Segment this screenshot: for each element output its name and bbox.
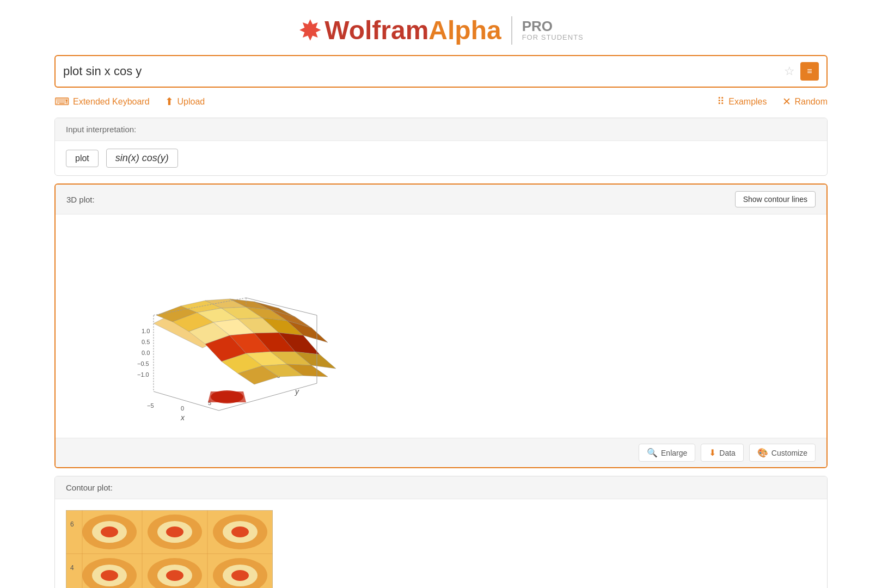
random-button[interactable]: ✕ Random [782, 95, 828, 108]
formula-text: sin(x) cos(y) [115, 152, 169, 163]
plot-3d-header: 3D plot: Show contour lines [56, 185, 826, 215]
svg-point-68 [166, 570, 183, 581]
contour-plot-card: Contour plot: 6 4 2 [54, 476, 828, 588]
svg-text:0: 0 [181, 405, 184, 412]
logo-pro-container: PRO FOR STUDENTS [522, 19, 584, 41]
logo: ✸ Wolfram Alpha PRO FOR STUDENTS [298, 15, 584, 45]
plot-3d-body: x y 1.0 0.5 0.0 −0.5 −1.0 −5 0 5 −5 0 5 [56, 215, 826, 438]
search-container: ☆ ≡ [0, 55, 882, 88]
main-content: Input interpretation: plot sin(x) cos(y)… [54, 118, 828, 588]
enlarge-button[interactable]: 🔍 Enlarge [639, 444, 695, 462]
keyboard-icon: ⌨ [54, 95, 69, 108]
plot-3d-svg: x y 1.0 0.5 0.0 −0.5 −1.0 −5 0 5 −5 0 5 [66, 225, 350, 427]
search-icons: ☆ ≡ [784, 62, 819, 81]
enlarge-icon: 🔍 [647, 448, 658, 458]
plot-3d-title: 3D plot: [66, 195, 95, 204]
svg-point-65 [101, 570, 118, 581]
random-icon: ✕ [782, 95, 791, 108]
contour-body: 6 4 2 [55, 499, 827, 588]
toolbar: ⌨ Extended Keyboard ⬆ Upload ⠿ Examples … [54, 95, 828, 118]
toolbar-right: ⠿ Examples ✕ Random [717, 95, 828, 108]
upload-label: Upload [177, 97, 205, 107]
extended-keyboard-label: Extended Keyboard [73, 97, 150, 107]
contour-plot-svg: 6 4 2 [66, 510, 273, 588]
data-button[interactable]: ⬇ Data [701, 444, 744, 462]
search-submit-button[interactable]: ≡ [800, 62, 819, 81]
svg-text:6: 6 [70, 520, 74, 528]
svg-point-59 [166, 526, 183, 537]
plot-tag: plot [66, 150, 99, 167]
toolbar-left: ⌨ Extended Keyboard ⬆ Upload [54, 95, 205, 108]
plot-actions: 🔍 Enlarge ⬇ Data 🎨 Customize [56, 438, 826, 467]
data-label: Data [719, 449, 736, 457]
svg-text:−0.5: −0.5 [137, 360, 149, 367]
customize-icon: 🎨 [757, 448, 768, 458]
svg-text:4: 4 [70, 564, 74, 572]
customize-label: Customize [771, 449, 807, 457]
input-interpretation-body: plot sin(x) cos(y) [55, 141, 827, 175]
input-interpretation-header: Input interpretation: [55, 118, 827, 141]
enlarge-label: Enlarge [661, 449, 687, 457]
header: ✸ Wolfram Alpha PRO FOR STUDENTS [0, 0, 882, 55]
examples-button[interactable]: ⠿ Examples [717, 95, 767, 108]
customize-button[interactable]: 🎨 Customize [749, 444, 816, 462]
examples-icon: ⠿ [717, 95, 725, 108]
contour-title: Contour plot: [66, 483, 113, 492]
favorite-button[interactable]: ☆ [784, 64, 795, 78]
logo-pro-text: PRO [522, 19, 553, 33]
logo-alpha-text: Alpha [428, 15, 501, 45]
svg-point-56 [101, 526, 118, 537]
svg-point-71 [231, 570, 249, 581]
svg-text:−5: −5 [147, 402, 154, 409]
formula-tag: sin(x) cos(y) [106, 149, 178, 168]
plot-3d-card: 3D plot: Show contour lines x y 1.0 0.5 … [54, 183, 828, 468]
svg-text:0.0: 0.0 [142, 350, 150, 356]
svg-marker-49 [208, 391, 246, 402]
svg-text:x: x [180, 413, 185, 422]
examples-label: Examples [728, 97, 767, 107]
random-label: Random [795, 97, 828, 107]
extended-keyboard-button[interactable]: ⌨ Extended Keyboard [54, 95, 150, 108]
svg-text:−1.0: −1.0 [137, 371, 149, 378]
logo-wolfram-text: Wolfram [324, 15, 428, 45]
upload-button[interactable]: ⬆ Upload [165, 95, 205, 108]
show-contour-lines-button[interactable]: Show contour lines [735, 191, 816, 207]
svg-text:0.5: 0.5 [142, 339, 150, 345]
search-bar: ☆ ≡ [54, 55, 828, 88]
input-interpretation-card: Input interpretation: plot sin(x) cos(y) [54, 118, 828, 176]
svg-point-62 [231, 526, 249, 537]
data-icon: ⬇ [709, 448, 716, 458]
search-input[interactable] [63, 64, 784, 78]
svg-text:1.0: 1.0 [142, 328, 150, 334]
input-interpretation-label: Input interpretation: [66, 125, 136, 134]
logo-divider [511, 16, 512, 45]
logo-for-students-text: FOR STUDENTS [522, 33, 584, 41]
contour-header: Contour plot: [55, 476, 827, 499]
upload-icon: ⬆ [165, 95, 174, 108]
wolfram-star-icon: ✸ [298, 16, 322, 45]
